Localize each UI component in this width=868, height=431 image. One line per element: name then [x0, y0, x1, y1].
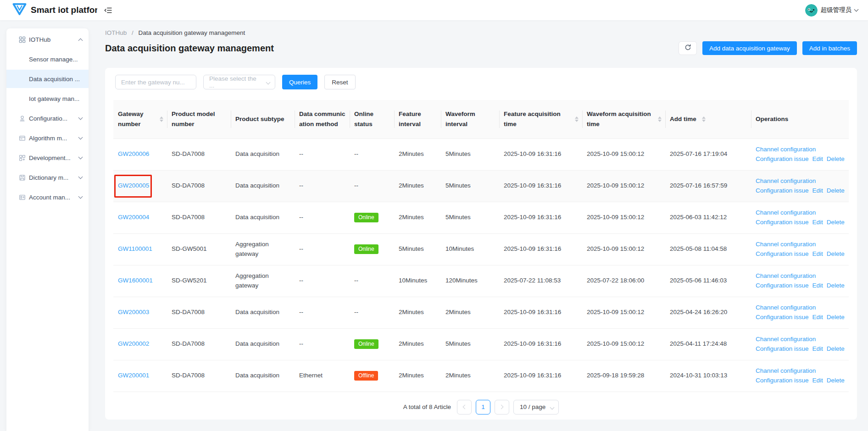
channel-configuration-link[interactable]: Channel configuration	[756, 367, 816, 374]
cell-operations: Channel configurationConfiguration issue…	[751, 265, 849, 297]
channel-configuration-link[interactable]: Channel configuration	[756, 336, 816, 343]
channel-configuration-link[interactable]: Channel configuration	[756, 304, 816, 311]
gateway-link[interactable]: GW1100001	[118, 245, 152, 252]
delete-link[interactable]: Delete	[827, 187, 845, 194]
delete-link[interactable]: Delete	[827, 219, 845, 226]
cell-online-status: --	[350, 265, 394, 297]
operations-line: Configuration issueEditDelete	[756, 281, 845, 291]
delete-link[interactable]: Delete	[827, 155, 845, 162]
next-page-button[interactable]	[495, 400, 509, 414]
gateway-link[interactable]: GW200006	[118, 150, 149, 157]
configuration-issue-link[interactable]: Configuration issue	[756, 187, 809, 194]
cell-add-time: 2024-10-31 10:03:13	[665, 360, 751, 392]
sort-carets-icon[interactable]	[702, 116, 706, 122]
user-menu[interactable]: 超级管理员	[805, 4, 858, 17]
gateway-link[interactable]: GW200001	[118, 372, 149, 379]
configuration-issue-link[interactable]: Configuration issue	[756, 377, 809, 384]
sidebar-item-configuration[interactable]: Configuratio...	[6, 109, 89, 127]
edit-link[interactable]: Edit	[812, 345, 823, 352]
channel-configuration-link[interactable]: Channel configuration	[756, 272, 816, 279]
chevron-down-icon	[550, 405, 555, 409]
table-row: GW200001SD-DA7008Data acquisitionEtherne…	[113, 360, 849, 392]
column-header-gateway-number[interactable]: Gateway number	[113, 100, 167, 138]
operations-line: Channel configuration	[756, 366, 845, 376]
delete-link[interactable]: Delete	[827, 345, 845, 352]
user-avatar	[805, 4, 818, 17]
configuration-issue-link[interactable]: Configuration issue	[756, 250, 809, 257]
gateway-link[interactable]: GW200003	[118, 309, 149, 315]
configuration-issue-link[interactable]: Configuration issue	[756, 314, 809, 320]
cell-online-status: Online	[350, 202, 394, 233]
configuration-issue-link[interactable]: Configuration issue	[756, 219, 809, 226]
gateway-link[interactable]: GW200004	[118, 214, 149, 221]
cell-communication-method: --	[295, 328, 350, 360]
gateway-link[interactable]: GW200002	[118, 340, 149, 347]
edit-link[interactable]: Edit	[812, 219, 823, 226]
edit-link[interactable]: Edit	[812, 250, 823, 257]
cell-gateway-number: GW200005	[113, 170, 167, 202]
add-in-batches-button[interactable]: Add in batches	[802, 41, 857, 55]
page-size-select[interactable]: 10 / page	[513, 400, 559, 414]
configuration-issue-link[interactable]: Configuration issue	[756, 155, 809, 162]
queries-button[interactable]: Queries	[282, 75, 317, 89]
column-header-feature-acquisition-time[interactable]: Feature acquisition time	[499, 100, 582, 138]
edit-link[interactable]: Edit	[812, 155, 823, 162]
channel-configuration-link[interactable]: Channel configuration	[756, 241, 816, 248]
delete-link[interactable]: Delete	[827, 377, 845, 384]
filter-select[interactable]: Please select the ...	[203, 75, 275, 89]
column-header-product-subtype: Product subtype	[231, 100, 295, 138]
sidebar-item-data-acquisition[interactable]: Data acquisition ...	[6, 70, 89, 88]
gateway-number-input[interactable]	[115, 75, 196, 89]
edit-link[interactable]: Edit	[812, 314, 823, 320]
gateway-link[interactable]: GW200005	[118, 182, 149, 189]
configuration-issue-link[interactable]: Configuration issue	[756, 282, 809, 289]
cell-communication-method: Ethernet	[295, 360, 350, 392]
page-number-button[interactable]: 1	[476, 400, 490, 414]
chevron-down-icon	[78, 155, 83, 160]
sidebar-menu: IOTHub Sensor manage... Data acquisition…	[6, 28, 89, 431]
channel-configuration-link[interactable]: Channel configuration	[756, 146, 816, 153]
cell-communication-method: --	[295, 265, 350, 297]
delete-link[interactable]: Delete	[827, 250, 845, 257]
sidebar-collapse-icon[interactable]	[104, 6, 112, 15]
reset-button[interactable]: Reset	[324, 75, 355, 89]
channel-configuration-link[interactable]: Channel configuration	[756, 177, 816, 184]
sidebar-item-iot-gateway-management[interactable]: Iot gateway man...	[6, 89, 89, 108]
channel-configuration-link[interactable]: Channel configuration	[756, 209, 816, 216]
cell-product-subtype: Aggregation gateway	[231, 265, 295, 297]
cell-product-model: SD-GW5201	[167, 265, 231, 297]
chevron-down-icon	[854, 7, 859, 11]
sidebar-item-development[interactable]: Development...	[6, 149, 89, 167]
page-size-value: 10 / page	[520, 403, 545, 410]
cell-product-subtype: Data acquisition	[231, 202, 295, 233]
sidebar-item-sensor-management[interactable]: Sensor manage...	[6, 50, 89, 68]
sidebar-item-algorithm[interactable]: Algorithm m...	[6, 129, 89, 147]
add-gateway-button[interactable]: Add data acquisition gateway	[702, 41, 797, 55]
cell-communication-method: --	[295, 202, 350, 233]
cell-product-model: SD-DA7008	[167, 138, 231, 170]
prev-page-button[interactable]	[457, 400, 472, 414]
sidebar-item-dictionary[interactable]: Dictionary m...	[6, 168, 89, 187]
breadcrumb-current: Data acquisition gateway management	[139, 29, 245, 36]
sort-carets-icon[interactable]	[658, 116, 662, 122]
configuration-issue-link[interactable]: Configuration issue	[756, 345, 809, 352]
edit-link[interactable]: Edit	[812, 377, 823, 384]
column-header-waveform-acquisition-time[interactable]: Waveform acquisition time	[582, 100, 665, 138]
gateway-link[interactable]: GW1600001	[118, 277, 153, 284]
table-row: GW200003SD-DA7008Data acquisition----2Mi…	[113, 297, 849, 328]
sidebar-item-iothub[interactable]: IOTHub	[6, 30, 89, 49]
edit-link[interactable]: Edit	[812, 187, 823, 194]
breadcrumb-parent[interactable]: IOTHub	[105, 29, 127, 36]
delete-link[interactable]: Delete	[827, 282, 845, 289]
edit-link[interactable]: Edit	[812, 282, 823, 289]
cell-feature-acquisition-time: 2025-10-09 16:31:16	[499, 328, 582, 360]
refresh-button[interactable]	[679, 41, 697, 55]
sort-carets-icon[interactable]	[160, 116, 163, 122]
operations-line: Channel configuration	[756, 335, 845, 344]
column-label: Online status	[354, 109, 390, 129]
sidebar-item-account[interactable]: Account man...	[6, 188, 89, 206]
column-header-add-time[interactable]: Add time	[665, 100, 751, 138]
cell-feature-acquisition-time: 2025-10-09 16:31:16	[499, 170, 582, 202]
sort-carets-icon[interactable]	[575, 116, 579, 122]
delete-link[interactable]: Delete	[827, 314, 845, 320]
